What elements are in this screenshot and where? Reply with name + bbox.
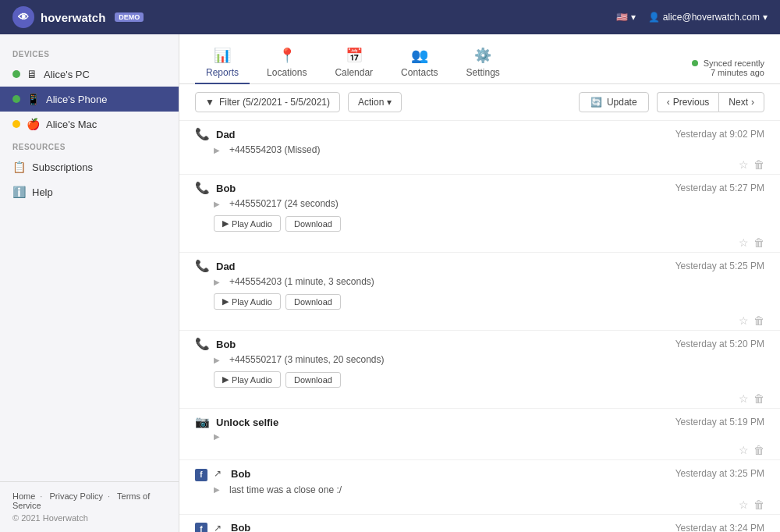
device-dot-mac [12,120,20,128]
next-button[interactable]: Next › [718,92,764,112]
footer-privacy-link[interactable]: Privacy Policy [49,491,102,501]
record-header: 📞 Bob Yesterday at 5:27 PM [179,175,780,197]
filter-button[interactable]: ▼ Filter (5/2/2021 - 5/5/2021) [195,92,340,112]
play-audio-button[interactable]: ▶ Play Audio [214,371,281,388]
record-item: 📞 Bob Yesterday at 5:20 PM ▶ +445550217 … [179,331,780,409]
play-audio-button[interactable]: ▶ Play Audio [214,215,281,232]
previous-button[interactable]: ‹ Previous [657,92,719,112]
call-icon: 📞 [195,181,210,195]
footer-home-link[interactable]: Home [12,491,35,501]
record-name: Dad [216,261,236,272]
record-actions-row: ☆ 🗑 [179,392,780,408]
footer-copyright: © 2021 Hoverwatch [12,513,166,523]
nav-button-group: ‹ Previous Next › [657,92,764,112]
tab-bar: 📊 Reports 📍 Locations 📅 Calendar 👥 Conta… [179,34,780,84]
header: 👁 hoverwatch DEMO 🇺🇸 ▾ 👤 alice@hoverwatc… [0,0,780,34]
star-icon[interactable]: ☆ [739,444,749,456]
download-label: Download [294,297,332,307]
sidebar-item-subscriptions[interactable]: 📋 Subscriptions [0,154,179,179]
sidebar-label-subscriptions: Subscriptions [32,161,93,173]
record-time: Yesterday at 3:24 PM [675,523,764,532]
record-name: Unlock selfie [216,417,278,428]
tab-settings-label: Settings [466,67,499,78]
record-actions-row: ☆ 🗑 [179,158,780,174]
expand-icon[interactable]: ▶ [214,432,220,441]
play-icon: ▶ [222,218,229,229]
record-name: Bob [231,522,250,532]
sidebar-label-phone: Alice's Phone [46,94,107,105]
sidebar-label-help: Help [32,186,53,198]
action-button[interactable]: Action ▾ [348,92,402,112]
user-menu-button[interactable]: 👤 alice@hoverwatch.com ▾ [648,12,768,23]
tab-settings[interactable]: ⚙️ Settings [455,42,510,84]
tab-contacts[interactable]: 👥 Contacts [390,42,448,84]
flag-button[interactable]: 🇺🇸 ▾ [616,12,636,23]
expand-icon[interactable]: ▶ [214,356,220,364]
download-button[interactable]: Download [285,372,341,388]
expand-icon[interactable]: ▶ [214,200,220,208]
sync-time: 7 minutes ago [711,68,764,77]
tab-reports-label: Reports [206,67,239,78]
trash-icon[interactable]: 🗑 [753,314,764,327]
sidebar-item-alices-pc[interactable]: 🖥 Alice's PC [0,62,179,87]
play-audio-button[interactable]: ▶ Play Audio [214,293,281,310]
record-header: 📞 Dad Yesterday at 9:02 PM [179,121,780,143]
trash-icon[interactable]: 🗑 [753,158,764,171]
record-detail: last time was a close one :/ [229,484,342,495]
sidebar-item-alices-mac[interactable]: 🍎 Alice's Mac [0,112,179,137]
expand-icon[interactable]: ▶ [214,146,220,154]
star-icon[interactable]: ☆ [739,158,749,171]
star-icon[interactable]: ☆ [739,314,749,327]
record-header: f ↗ Bob Yesterday at 3:25 PM [179,460,780,483]
record-item: f ↗ Bob Yesterday at 3:24 PM ▶ I need to… [179,515,780,533]
call-icon: 📞 [195,259,210,273]
device-dot-phone [12,95,20,103]
main-layout: DEVICES 🖥 Alice's PC 📱 Alice's Phone 🍎 A… [0,34,780,532]
call-icon: 📞 [195,127,210,141]
calendar-icon: 📅 [346,47,363,64]
download-button[interactable]: Download [285,294,341,310]
tab-locations-label: Locations [267,67,307,78]
call-icon: 📞 [195,337,210,351]
user-chevron: ▾ [763,12,768,23]
sidebar-item-help[interactable]: ℹ️ Help [0,179,179,204]
record-detail: +445550217 (3 minutes, 20 seconds) [229,354,384,365]
next-chevron: › [751,97,754,108]
record-actions-row: ☆ 🗑 [179,236,780,252]
update-button[interactable]: 🔄 Update [579,92,649,112]
tab-contacts-label: Contacts [401,67,438,78]
download-button[interactable]: Download [285,216,341,232]
action-chevron: ▾ [387,97,392,108]
demo-badge: DEMO [115,12,144,22]
record-actions: ▶ Play Audio Download [179,290,780,314]
record-sub: ▶ [179,431,780,444]
content-area: 📊 Reports 📍 Locations 📅 Calendar 👥 Conta… [179,34,780,532]
trash-icon[interactable]: 🗑 [753,236,764,249]
sidebar-item-alices-phone[interactable]: 📱 Alice's Phone [0,87,179,112]
star-icon[interactable]: ☆ [739,498,749,511]
star-icon[interactable]: ☆ [739,236,749,249]
tab-locations[interactable]: 📍 Locations [256,42,317,84]
record-detail: +445554203 (1 minute, 3 seconds) [229,276,374,287]
trash-icon[interactable]: 🗑 [753,498,764,511]
user-icon: 👤 [648,12,660,23]
sidebar-label-pc: Alice's PC [44,69,90,80]
record-sub: ▶ last time was a close one :/ [179,483,780,498]
trash-icon[interactable]: 🗑 [753,444,764,456]
download-label: Download [294,375,332,385]
record-item: 📞 Dad Yesterday at 9:02 PM ▶ +445554203 … [179,121,780,175]
tab-calendar[interactable]: 📅 Calendar [324,42,384,84]
phone-icon: 📱 [27,93,40,105]
star-icon[interactable]: ☆ [739,392,749,405]
reports-icon: 📊 [214,47,231,64]
record-time: Yesterday at 9:02 PM [675,129,764,140]
user-email: alice@hoverwatch.com [663,12,760,23]
tab-reports[interactable]: 📊 Reports [195,42,250,84]
expand-icon[interactable]: ▶ [214,278,220,286]
trash-icon[interactable]: 🗑 [753,392,764,405]
expand-icon[interactable]: ▶ [214,485,220,494]
settings-icon: ⚙️ [474,47,491,64]
record-time: Yesterday at 3:25 PM [675,468,764,479]
footer-links: Home· Privacy Policy· Terms of Service [12,491,166,510]
logo-text: hoverwatch [41,11,105,24]
